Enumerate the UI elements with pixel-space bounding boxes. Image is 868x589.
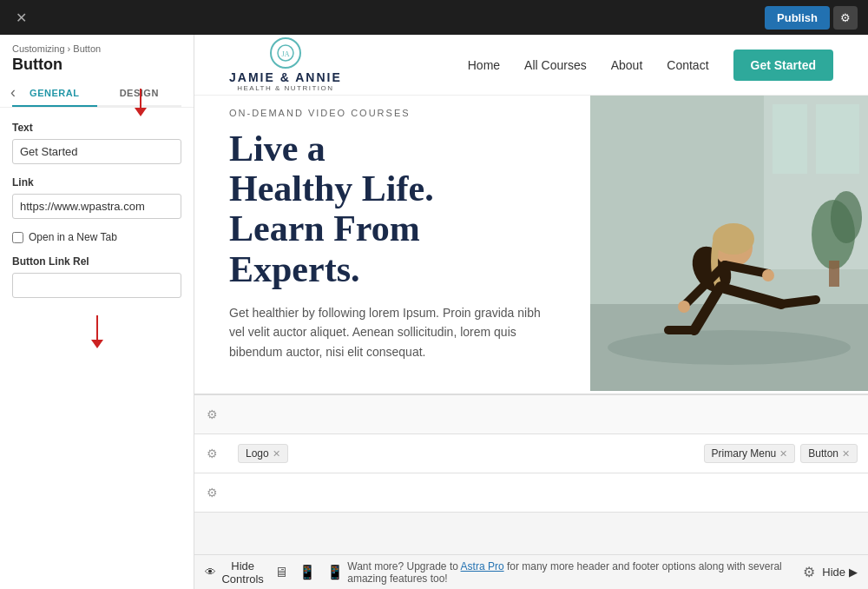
logo-chip[interactable]: Logo ✕ — [238, 444, 288, 463]
logo-circle: JA — [270, 37, 301, 69]
svg-rect-4 — [773, 104, 807, 174]
close-button[interactable]: ✕ — [10, 7, 31, 28]
primary-menu-chip-close[interactable]: ✕ — [779, 448, 787, 460]
builder-row-1-icon: ⚙ — [194, 407, 229, 421]
button-chip[interactable]: Button ✕ — [800, 444, 858, 463]
primary-menu-chip-label: Primary Menu — [712, 447, 777, 460]
back-button[interactable]: ‹ — [7, 80, 19, 105]
svg-rect-21 — [829, 261, 839, 287]
site-nav: Home All Courses About Contact Get Start… — [468, 50, 833, 81]
top-bar-left: ✕ — [10, 7, 31, 28]
text-input[interactable] — [12, 139, 181, 164]
settings-icon-2: ⚙ — [207, 447, 218, 460]
hide-chevron: ▶ — [849, 566, 858, 579]
builder-row-2-right: Primary Menu ✕ Button ✕ — [704, 444, 868, 463]
gear-icon: ⚙ — [840, 11, 851, 24]
publish-button[interactable]: Publish — [765, 6, 830, 30]
settings-icon-3: ⚙ — [207, 486, 218, 500]
link-input[interactable] — [12, 194, 181, 219]
hide-button[interactable]: Hide ▶ — [822, 566, 858, 579]
new-tab-row: Open in a New Tab — [12, 231, 181, 243]
nav-all-courses[interactable]: All Courses — [524, 58, 587, 72]
breadcrumb: Customizing › Button — [12, 43, 181, 54]
logo-chip-close[interactable]: ✕ — [273, 448, 280, 460]
hero-title: Live a Healthy Life. Learn From Experts. — [229, 129, 556, 289]
status-bar: 👁 Hide Controls 🖥 📱 📱 Want more? Upgrade… — [194, 554, 868, 589]
sidebar-content: Text Link Open in a New Tab Button Link … — [0, 108, 194, 362]
button-chip-close[interactable]: ✕ — [842, 448, 850, 460]
builder-row-2: ⚙ Logo ✕ Primary Menu ✕ Button ✕ — [194, 434, 868, 473]
builder-area: ⚙ ⚙ Logo ✕ Primary Menu — [194, 394, 868, 554]
sidebar-inner: ‹ Customizing › Button Button GENERAL DE… — [0, 35, 194, 362]
page-title: Button — [12, 56, 181, 74]
preview-area: JA JAMIE & ANNIE HEALTH & NUTRITION Home… — [194, 35, 868, 589]
arrow-line — [140, 89, 141, 108]
arrow-down-annotation — [135, 89, 147, 116]
up-arrow-line — [96, 315, 98, 340]
logo-text-sub: HEALTH & NUTRITION — [237, 84, 333, 92]
upgrade-text: Want more? Upgrade to — [347, 560, 458, 572]
builder-row-3-icon: ⚙ — [194, 486, 229, 500]
new-tab-checkbox[interactable] — [12, 232, 23, 243]
hide-label: Hide — [822, 566, 845, 579]
settings-icon: ⚙ — [207, 407, 218, 421]
astra-pro-link[interactable]: Astra Pro — [461, 560, 504, 572]
yoga-image — [590, 96, 868, 391]
builder-row-2-icon: ⚙ — [194, 447, 229, 460]
top-bar-right: Publish ⚙ — [765, 6, 858, 30]
logo-icon: JA — [276, 43, 295, 63]
desktop-device-button[interactable]: 🖥 — [271, 562, 292, 582]
button-chip-label: Button — [808, 447, 838, 460]
status-bar-center: Want more? Upgrade to Astra Pro for many… — [347, 560, 803, 585]
primary-menu-chip[interactable]: Primary Menu ✕ — [704, 444, 796, 463]
hero-description: Get healthier by following lorem Ipsum. … — [229, 303, 556, 361]
nav-about[interactable]: About — [611, 58, 643, 72]
new-tab-label: Open in a New Tab — [29, 231, 117, 243]
svg-line-18 — [781, 300, 816, 304]
button-link-rel-label: Button Link Rel — [12, 255, 181, 268]
svg-rect-5 — [816, 104, 859, 174]
svg-point-20 — [831, 191, 862, 243]
top-bar: ✕ Publish ⚙ — [0, 0, 868, 35]
hero-image — [590, 96, 868, 391]
svg-point-13 — [678, 301, 690, 313]
eye-icon: 👁 — [205, 566, 216, 579]
link-field-label: Link — [12, 176, 181, 189]
svg-point-10 — [713, 223, 754, 255]
arrow-head — [135, 108, 147, 116]
tablet-device-button[interactable]: 📱 — [295, 562, 319, 582]
close-icon: ✕ — [16, 10, 27, 26]
logo-text-main: JAMIE & ANNIE — [229, 70, 342, 84]
builder-row-3: ⚙ — [194, 473, 868, 513]
builder-row-2-content: Logo ✕ — [229, 444, 704, 463]
status-bar-right: ⚙ Hide ▶ — [803, 564, 858, 580]
hide-controls-label: Hide Controls — [221, 559, 264, 586]
svg-point-7 — [608, 330, 851, 365]
hero-image-background — [590, 96, 868, 391]
main-area: ‹ Customizing › Button Button GENERAL DE… — [0, 35, 868, 589]
status-gear-button[interactable]: ⚙ — [803, 564, 815, 580]
logo-chip-label: Logo — [246, 447, 269, 460]
website-preview: JA JAMIE & ANNIE HEALTH & NUTRITION Home… — [194, 35, 868, 394]
sidebar-tabs: GENERAL DESIGN — [12, 81, 181, 107]
hero-content: ON-DEMAND VIDEO COURSES Live a Healthy L… — [194, 96, 590, 391]
device-buttons: 🖥 📱 📱 — [271, 562, 347, 582]
tab-general[interactable]: GENERAL — [12, 81, 97, 107]
nav-contact[interactable]: Contact — [667, 58, 708, 72]
hide-controls-button[interactable]: 👁 Hide Controls — [205, 559, 264, 586]
hero-section: ON-DEMAND VIDEO COURSES Live a Healthy L… — [194, 96, 868, 391]
nav-home[interactable]: Home — [468, 58, 500, 72]
settings-button[interactable]: ⚙ — [833, 6, 858, 30]
sidebar: ‹ Customizing › Button Button GENERAL DE… — [0, 35, 194, 589]
mobile-device-button[interactable]: 📱 — [323, 562, 347, 582]
site-header: JA JAMIE & ANNIE HEALTH & NUTRITION Home… — [194, 35, 868, 96]
arrow-up-annotation — [12, 315, 181, 348]
svg-text:JA: JA — [281, 50, 289, 58]
button-link-rel-input[interactable] — [12, 273, 181, 298]
hero-label: ON-DEMAND VIDEO COURSES — [229, 108, 556, 118]
get-started-button[interactable]: Get Started — [733, 50, 833, 81]
sidebar-header: Customizing › Button Button GENERAL DESI… — [0, 35, 194, 108]
text-field-label: Text — [12, 122, 181, 134]
status-bar-left: 👁 Hide Controls 🖥 📱 📱 — [205, 559, 347, 586]
site-logo: JA JAMIE & ANNIE HEALTH & NUTRITION — [229, 37, 342, 92]
